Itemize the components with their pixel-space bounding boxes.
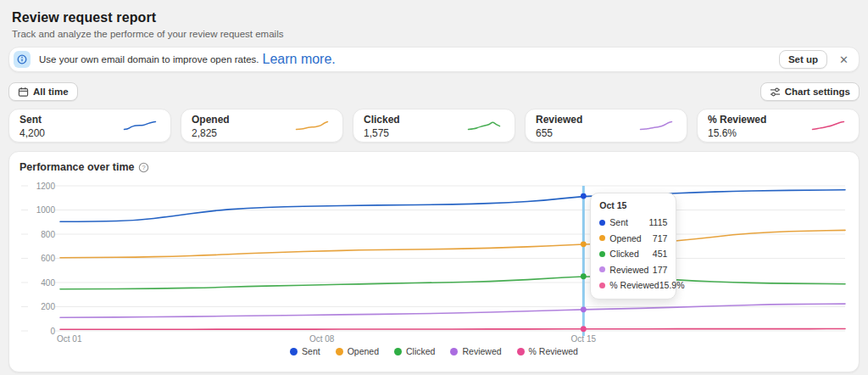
chart-title-row: Performance over time ? <box>19 161 849 173</box>
highlight-dot-reviewed <box>581 306 587 312</box>
learn-more-link[interactable]: Learn more. <box>263 52 336 67</box>
clicked-sparkline <box>465 119 503 132</box>
legend-dot-icon <box>394 348 402 355</box>
x-axis-label: Oct 01 <box>57 334 82 344</box>
sparkline-path <box>297 122 328 130</box>
legend-item-sent[interactable]: Sent <box>290 346 320 356</box>
tooltip-series-name: Clicked <box>609 249 652 259</box>
tooltip-row: Opened717 <box>599 231 667 247</box>
page-title: Review request report <box>12 10 856 25</box>
tooltip-series-name: Reviewed <box>609 265 652 275</box>
sparkline-path <box>641 122 672 130</box>
sparkline-path <box>125 122 156 130</box>
legend-dot-icon <box>517 348 525 355</box>
y-axis-label: 0 <box>50 327 55 336</box>
y-axis-label: 600 <box>41 254 55 263</box>
legend-dot-icon <box>450 348 458 355</box>
y-axis-label: 1200 <box>36 182 56 191</box>
y-axis-label: 1000 <box>36 205 56 215</box>
banner-text: Use your own email domain to improve ope… <box>39 54 259 64</box>
info-icon <box>14 51 31 68</box>
set-up-button[interactable]: Set up <box>779 50 827 69</box>
help-icon[interactable]: ? <box>138 162 149 173</box>
calendar-icon <box>18 87 29 98</box>
performance-chart-card: Performance over time ? 0200400600800100… <box>8 151 860 372</box>
metric-card-sent[interactable]: Sent 4,200 <box>8 109 171 143</box>
date-filter-button[interactable]: All time <box>8 82 78 101</box>
close-icon[interactable]: ✕ <box>836 53 852 67</box>
legend-label: Opened <box>348 346 379 356</box>
x-axis-label: Oct 08 <box>309 334 335 344</box>
tooltip-row: Sent1115 <box>599 215 667 231</box>
legend-item--reviewed[interactable]: % Reviewed <box>517 346 578 356</box>
metric-card-reviewed[interactable]: Reviewed 655 <box>525 109 687 143</box>
sparkline-path <box>469 122 500 129</box>
metric-card-pct-reviewed[interactable]: % Reviewed 15.6% <box>697 109 860 143</box>
toolbar: All time Chart settings <box>8 82 860 101</box>
page-subtitle: Track and analyze the performce of your … <box>12 29 856 39</box>
y-axis-label: 400 <box>41 278 55 288</box>
chart-settings-label: Chart settings <box>785 87 850 97</box>
performance-line-chart: 020040060080010001200Oct 01Oct 08Oct 15 <box>19 176 850 344</box>
email-domain-banner: Use your own email domain to improve ope… <box>8 47 860 72</box>
highlight-dot-clicked <box>581 273 587 279</box>
opened-sparkline <box>293 119 331 132</box>
tooltip-row: Reviewed177 <box>599 262 667 278</box>
series-line-reviewed <box>60 304 845 317</box>
series-dot-icon <box>599 235 605 241</box>
reviewed-sparkline <box>637 119 675 132</box>
tooltip-date: Oct 15 <box>599 200 667 210</box>
legend-label: Reviewed <box>462 346 501 356</box>
tooltip-series-value: 177 <box>653 265 668 275</box>
sliders-icon <box>770 87 781 98</box>
metric-card-opened[interactable]: Opened 2,825 <box>181 109 343 143</box>
metric-card-clicked[interactable]: Clicked 1,575 <box>353 109 515 143</box>
chart-title: Performance over time <box>19 161 134 173</box>
sent-sparkline <box>121 119 159 132</box>
y-axis-label: 800 <box>41 230 55 239</box>
legend-dot-icon <box>336 348 343 355</box>
sparkline-path <box>813 122 844 130</box>
page-header: Review request report Track and analyze … <box>8 10 860 39</box>
chart-tooltip: Oct 15 Sent1115Opened717Clicked451Review… <box>590 193 676 299</box>
pct-reviewed-sparkline <box>810 119 847 132</box>
legend-label: % Reviewed <box>529 346 578 356</box>
review-report-page: Review request report Track and analyze … <box>0 0 868 372</box>
highlight-dot-sent <box>581 193 587 199</box>
series-line-sent <box>60 190 845 221</box>
tooltip-series-value: 1115 <box>649 217 668 227</box>
series-dot-icon <box>599 220 605 226</box>
tooltip-series-name: Opened <box>609 233 652 243</box>
legend-item-clicked[interactable]: Clicked <box>394 346 435 356</box>
chart-legend: SentOpenedClickedReviewed% Reviewed <box>19 346 849 356</box>
highlight-dot--reviewed <box>581 326 587 332</box>
tooltip-series-value: 15.9% <box>659 280 685 290</box>
series-line--reviewed <box>60 329 845 330</box>
legend-item-opened[interactable]: Opened <box>336 346 379 356</box>
tooltip-series-name: % Reviewed <box>609 280 659 290</box>
series-dot-icon <box>599 283 605 288</box>
tooltip-row: Clicked451 <box>599 246 667 262</box>
legend-label: Clicked <box>406 346 435 356</box>
tooltip-series-value: 451 <box>653 249 668 259</box>
tooltip-series-name: Sent <box>609 217 648 227</box>
metric-cards-row: Sent 4,200 Opened 2,825 Clicked 1,575 Re… <box>8 109 860 143</box>
series-dot-icon <box>599 251 605 257</box>
series-dot-icon <box>599 266 605 272</box>
legend-dot-icon <box>290 348 298 355</box>
legend-item-reviewed[interactable]: Reviewed <box>450 346 501 356</box>
highlight-dot-opened <box>581 241 587 247</box>
date-filter-label: All time <box>33 87 69 97</box>
tooltip-series-value: 717 <box>653 233 668 243</box>
chart-area[interactable]: 020040060080010001200Oct 01Oct 08Oct 15 … <box>19 176 849 344</box>
tooltip-row: % Reviewed15.9% <box>599 277 667 294</box>
chart-settings-button[interactable]: Chart settings <box>760 82 860 101</box>
y-axis-label: 200 <box>41 302 55 311</box>
legend-label: Sent <box>302 346 320 356</box>
svg-text:?: ? <box>142 164 146 171</box>
